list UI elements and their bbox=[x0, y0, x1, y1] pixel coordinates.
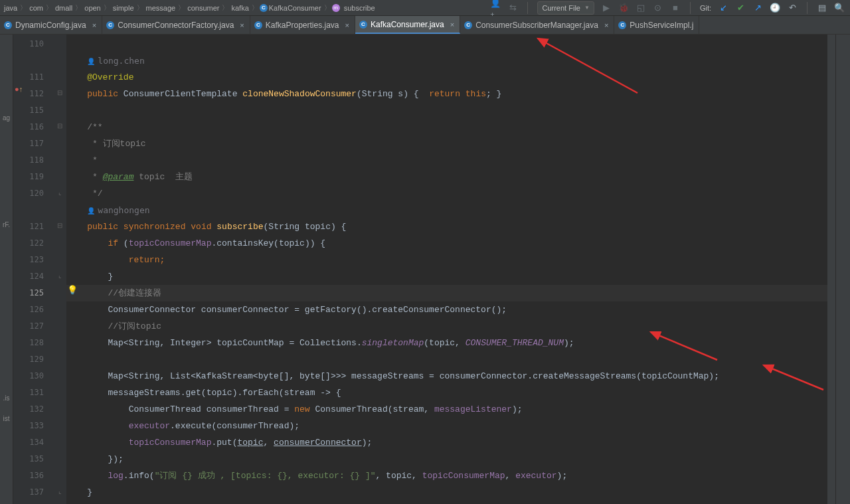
line-number[interactable]: 116 bbox=[13, 119, 53, 135]
git-push-icon[interactable]: ↗ bbox=[752, 3, 763, 13]
tab-label: KafkaConsumer.java bbox=[371, 20, 444, 29]
line-number[interactable]: 123 bbox=[13, 252, 53, 268]
git-rollback-icon[interactable]: ↶ bbox=[787, 3, 798, 13]
line-number[interactable]: 135 bbox=[13, 451, 53, 467]
line-number[interactable]: 122 bbox=[13, 235, 53, 252]
line-number[interactable]: 128 bbox=[13, 335, 53, 351]
line-number[interactable]: 119 bbox=[13, 169, 53, 185]
breadcrumb[interactable]: java〉 com〉 dmall〉 open〉 simple〉 message〉… bbox=[0, 3, 379, 13]
line-number[interactable]: 126 bbox=[13, 301, 53, 318]
line-number[interactable]: 132 bbox=[13, 401, 53, 418]
editor-tab[interactable]: CConsumerConnectorFactory.java× bbox=[102, 16, 250, 34]
user-add-icon[interactable]: 👤₊ bbox=[490, 3, 501, 13]
chevron-down-icon: ▼ bbox=[584, 5, 590, 11]
tab-label: ConsumerSubscriberManager.java bbox=[475, 21, 598, 30]
class-icon: C bbox=[4, 21, 12, 29]
close-icon[interactable]: × bbox=[450, 21, 454, 29]
intention-bulb-icon[interactable]: 💡 bbox=[66, 285, 78, 295]
comment: //订阅topic bbox=[108, 321, 161, 331]
chevron-right-icon: 〉 bbox=[323, 3, 332, 13]
chevron-right-icon: 〉 bbox=[102, 3, 112, 13]
author-hint: wanghongen bbox=[98, 205, 149, 215]
git-commit-icon[interactable]: ✔ bbox=[735, 3, 746, 13]
chevron-right-icon: 〉 bbox=[44, 3, 54, 13]
line-number[interactable]: 129 bbox=[13, 351, 53, 368]
tool-window-stripe-left[interactable]: ag rF. .is ist bbox=[0, 35, 13, 504]
line-number[interactable]: 127 bbox=[13, 318, 53, 335]
profile-icon[interactable]: ⊙ bbox=[653, 3, 663, 13]
breadcrumb-item[interactable]: subscribe bbox=[343, 4, 377, 12]
close-icon[interactable]: × bbox=[240, 21, 244, 29]
line-number[interactable]: 124 bbox=[13, 268, 53, 285]
line-number[interactable]: 111 bbox=[13, 69, 53, 86]
line-number[interactable]: 118 bbox=[13, 152, 53, 169]
chevron-right-icon: 〉 bbox=[250, 3, 260, 13]
fold-toggle-icon[interactable]: ⊟ bbox=[57, 122, 62, 129]
tool-window-button[interactable]: .is bbox=[3, 394, 10, 402]
coverage-icon[interactable]: ◱ bbox=[636, 3, 646, 13]
line-number[interactable]: 110 bbox=[13, 36, 53, 52]
chevron-right-icon: 〉 bbox=[74, 3, 83, 13]
tool-window-stripe-right[interactable] bbox=[835, 35, 850, 504]
chevron-right-icon: 〉 bbox=[177, 3, 186, 13]
tab-label: DynamicConfig.java bbox=[15, 21, 86, 30]
line-number[interactable]: 136 bbox=[13, 467, 53, 484]
editor-tab[interactable]: CDynamicConfig.java× bbox=[0, 16, 102, 34]
fold-end-icon[interactable]: ⌞ bbox=[58, 272, 62, 279]
breadcrumb-item[interactable]: dmall bbox=[54, 4, 74, 12]
editor-tab[interactable]: CKafkaProperties.java× bbox=[250, 16, 355, 34]
breadcrumb-item[interactable]: open bbox=[83, 4, 102, 12]
line-number-current[interactable]: 125 bbox=[13, 285, 53, 301]
tool-window-button[interactable]: ag bbox=[3, 114, 10, 122]
line-number[interactable]: 137 bbox=[13, 484, 53, 501]
line-number bbox=[13, 202, 53, 218]
git-pull-icon[interactable]: ↙ bbox=[718, 3, 728, 13]
breadcrumb-item[interactable]: java bbox=[3, 4, 19, 12]
line-number[interactable]: 134 bbox=[13, 434, 53, 451]
editor-tab[interactable]: CConsumerSubscriberManager.java× bbox=[460, 16, 614, 34]
fold-end-icon[interactable]: ⌞ bbox=[58, 189, 62, 196]
breadcrumb-item[interactable]: consumer bbox=[186, 4, 220, 12]
line-number[interactable]: 130 bbox=[13, 368, 53, 384]
breadcrumb-item[interactable]: simple bbox=[112, 4, 135, 12]
ide-settings-icon[interactable]: ▤ bbox=[817, 3, 827, 13]
line-number[interactable]: 117 bbox=[13, 135, 53, 152]
comment: * bbox=[87, 155, 98, 165]
sync-icon[interactable]: ⇆ bbox=[507, 3, 518, 13]
close-icon[interactable]: × bbox=[604, 21, 608, 29]
run-icon[interactable]: ▶ bbox=[601, 3, 612, 13]
fold-toggle-icon[interactable]: ⊟ bbox=[57, 222, 62, 229]
line-number[interactable]: 115 bbox=[13, 102, 53, 119]
line-number[interactable]: 138 bbox=[13, 501, 53, 504]
editor-tab-active[interactable]: CKafkaConsumer.java× bbox=[355, 16, 460, 34]
breadcrumb-item[interactable]: com bbox=[28, 4, 44, 12]
tool-window-button[interactable]: rF. bbox=[3, 221, 10, 228]
fold-toggle-icon[interactable]: ⊟ bbox=[57, 89, 62, 96]
code-area[interactable]: 💡 long.chen @Override public ConsumerCli… bbox=[66, 35, 827, 504]
fold-end-icon[interactable]: ⌞ bbox=[58, 487, 62, 495]
author-hint: long.chen bbox=[98, 56, 144, 66]
line-number[interactable]: 133 bbox=[13, 418, 53, 434]
line-number[interactable]: 120 bbox=[13, 185, 53, 202]
close-icon[interactable]: × bbox=[92, 21, 96, 29]
tool-window-button[interactable]: ist bbox=[3, 415, 10, 422]
stop-icon[interactable]: ■ bbox=[670, 3, 681, 13]
line-number[interactable]: 131 bbox=[13, 384, 53, 401]
debug-icon[interactable]: 🐞 bbox=[618, 3, 629, 13]
breadcrumb-item[interactable]: message bbox=[145, 4, 177, 12]
kw: public bbox=[87, 89, 118, 99]
chevron-right-icon: 〉 bbox=[220, 3, 230, 13]
editor: ag rF. .is ist 110 111 112 115 116 117 1… bbox=[0, 35, 850, 504]
error-stripe[interactable] bbox=[827, 35, 835, 504]
git-label: Git: bbox=[700, 4, 711, 12]
breadcrumb-item[interactable]: kafka bbox=[230, 4, 250, 12]
git-history-icon[interactable]: 🕘 bbox=[770, 3, 780, 13]
breadcrumb-item[interactable]: KafkaConsumer bbox=[268, 4, 323, 12]
run-config-selector[interactable]: Current File ▼ bbox=[537, 1, 594, 15]
search-icon[interactable]: 🔍 bbox=[834, 3, 845, 13]
editor-tab[interactable]: CPushServiceImpl.j bbox=[614, 16, 699, 34]
body: { bbox=[408, 89, 424, 99]
line-number-gutter[interactable]: 110 111 112 115 116 117 118 119 120 121 … bbox=[13, 35, 53, 504]
close-icon[interactable]: × bbox=[345, 21, 349, 29]
line-number[interactable]: 121 bbox=[13, 218, 53, 235]
